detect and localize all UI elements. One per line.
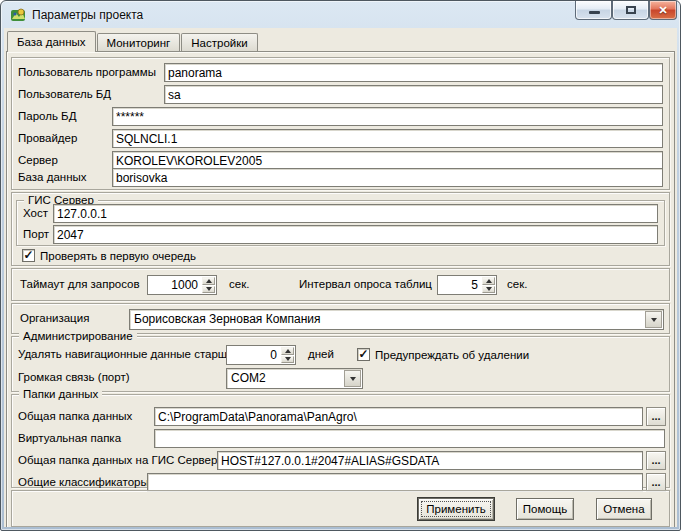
check-first-checkbox[interactable]: ✓ Проверять в первую очередь — [22, 246, 196, 265]
tab-database[interactable]: База данных — [7, 31, 96, 52]
spin-up-button[interactable] — [202, 277, 215, 285]
minimize-button[interactable] — [575, 1, 612, 20]
delete-nav-data-label: Удалять навигационные данные старше — [18, 345, 233, 364]
host-input[interactable] — [53, 204, 658, 223]
query-timeout-spin-buttons — [201, 276, 216, 294]
spin-down-icon — [206, 287, 212, 291]
cancel-button[interactable]: Отмена — [596, 498, 652, 520]
dropdown-arrow-icon — [350, 377, 356, 381]
spin-down-icon — [486, 287, 492, 291]
query-timeout-input[interactable] — [148, 276, 201, 294]
gis-server-group: ГИС Сервер Хост Порт — [16, 200, 665, 246]
check-first-checkbox-label: Проверять в первую очередь — [40, 250, 196, 262]
provider-input[interactable] — [112, 129, 663, 148]
shared-data-folder-input[interactable] — [154, 407, 643, 426]
intercom-port-value: COM2 — [231, 369, 342, 388]
organization-label: Организация — [20, 309, 89, 328]
query-timeout-spinner[interactable] — [147, 275, 217, 295]
timeouts-panel: Таймаут для запросов сек. Интервал опрос… — [11, 268, 670, 301]
delete-days-spinner[interactable] — [226, 345, 296, 365]
tab-monitoring[interactable]: Мониторинг — [97, 33, 181, 51]
warn-delete-checkbox-label: Предупреждать об удалении — [375, 349, 529, 361]
gis-shared-folder-browse-button[interactable]: ... — [646, 451, 666, 470]
screenshot-stage: Параметры проекта ✕ База данных Монитори… — [0, 0, 681, 531]
dialog-window: Параметры проекта ✕ База данных Монитори… — [0, 0, 681, 531]
shared-data-folder-browse-button[interactable]: ... — [646, 407, 666, 426]
warn-delete-checkbox-box[interactable]: ✓ — [357, 348, 370, 361]
spin-up-button[interactable] — [281, 347, 294, 355]
maximize-button[interactable] — [612, 1, 649, 20]
delete-days-unit: дней — [308, 345, 334, 364]
apply-button[interactable]: Применить — [418, 498, 494, 520]
check-first-checkbox-box[interactable]: ✓ — [22, 249, 35, 262]
checkmark-icon: ✓ — [23, 250, 33, 261]
spin-down-button[interactable] — [202, 286, 215, 294]
db-password-input[interactable] — [112, 107, 663, 126]
gis-shared-folder-label: Общая папка данных на ГИС Сервере — [18, 451, 224, 470]
gis-server-panel: ГИС Сервер Хост Порт ✓ Проверять в перву… — [11, 192, 670, 266]
query-timeout-label: Таймаут для запросов — [20, 275, 140, 294]
data-folders-group-caption: Папки данных — [19, 388, 102, 401]
poll-interval-spin-buttons — [481, 276, 496, 294]
port-input[interactable] — [53, 225, 658, 244]
window-title: Параметры проекта — [32, 8, 143, 22]
footer-panel: Применить Помощь Отмена — [11, 490, 670, 527]
shared-data-folder-label: Общая папка данных — [18, 407, 132, 426]
tab-strip: База данных Мониторинг Настройки — [4, 28, 677, 51]
warn-delete-checkbox[interactable]: ✓ Предупреждать об удалении — [357, 345, 529, 364]
organization-combobox[interactable]: Борисовская Зерновая Компания — [129, 309, 664, 330]
spin-up-button[interactable] — [482, 277, 495, 285]
minimize-icon — [589, 11, 600, 14]
organization-value: Борисовская Зерновая Компания — [134, 310, 643, 329]
tab-settings[interactable]: Настройки — [181, 33, 257, 51]
delete-days-spin-buttons — [280, 346, 295, 364]
port-label: Порт — [23, 225, 49, 244]
app-icon — [10, 7, 27, 23]
query-timeout-unit: сек. — [229, 275, 249, 294]
spin-down-icon — [285, 357, 291, 361]
spin-down-button[interactable] — [482, 286, 495, 294]
virtual-folder-input[interactable] — [154, 429, 665, 448]
maximize-icon — [626, 6, 636, 14]
gis-shared-folder-input[interactable] — [217, 451, 643, 470]
poll-interval-input[interactable] — [438, 276, 481, 294]
database-label: База данных — [18, 168, 87, 187]
poll-interval-label: Интервал опроса таблиц — [299, 275, 432, 294]
delete-days-input[interactable] — [227, 346, 280, 364]
close-icon: ✕ — [650, 1, 676, 19]
data-folders-group: Папки данных Общая папка данных ... Вирт… — [11, 394, 670, 488]
intercom-port-label: Громкая связь (порт) — [18, 368, 130, 387]
provider-label: Провайдер — [18, 129, 77, 148]
program-user-label: Пользователь программы — [18, 63, 156, 82]
close-button[interactable]: ✕ — [649, 1, 677, 20]
title-bar[interactable]: Параметры проекта ✕ — [1, 1, 680, 28]
poll-interval-unit: сек. — [507, 275, 527, 294]
virtual-folder-label: Виртуальная папка — [18, 429, 121, 448]
db-user-input[interactable] — [164, 85, 663, 104]
host-label: Хост — [23, 204, 48, 223]
database-input[interactable] — [112, 168, 663, 187]
help-button[interactable]: Помощь — [516, 498, 574, 520]
db-user-label: Пользователь БД — [18, 85, 111, 104]
spin-down-button[interactable] — [281, 356, 294, 364]
caption-buttons: ✕ — [575, 1, 677, 20]
poll-interval-spinner[interactable] — [437, 275, 497, 295]
db-connection-panel: Пользователь программы Пользователь БД П… — [11, 57, 670, 190]
db-password-label: Пароль БД — [18, 107, 76, 126]
organization-dropdown-button[interactable] — [645, 311, 662, 328]
administration-group-caption: Администрирование — [19, 330, 137, 343]
program-user-input[interactable] — [164, 63, 663, 82]
checkmark-icon: ✓ — [358, 349, 368, 360]
spin-up-icon — [285, 349, 291, 353]
intercom-port-combobox[interactable]: COM2 — [226, 368, 363, 389]
administration-group: Администрирование Удалять навигационные … — [11, 336, 670, 392]
tab-page-database: Пользователь программы Пользователь БД П… — [6, 51, 675, 527]
spin-up-icon — [206, 279, 212, 283]
intercom-port-dropdown-button[interactable] — [344, 370, 361, 387]
dropdown-arrow-icon — [651, 318, 657, 322]
spin-up-icon — [486, 279, 492, 283]
dialog-body: База данных Мониторинг Настройки Пользов… — [4, 28, 677, 527]
